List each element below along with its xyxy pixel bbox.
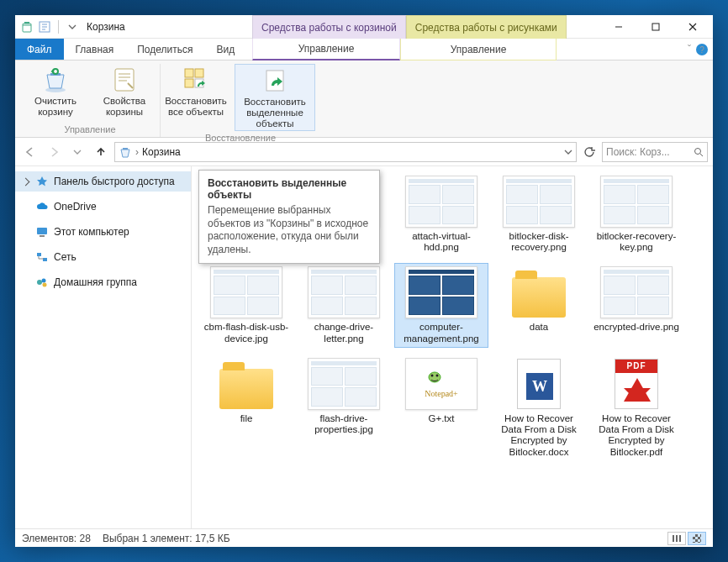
- tree-this-pc-label: Этот компьютер: [54, 226, 129, 238]
- file-name-label: bitlocker-disk-recovery.png: [495, 231, 583, 253]
- file-item[interactable]: PDFHow to Recover Data From a Disk Encry…: [590, 355, 683, 460]
- svg-rect-7: [195, 69, 203, 77]
- folder-icon: [503, 266, 575, 318]
- tree-onedrive[interactable]: OneDrive: [15, 197, 191, 217]
- file-item[interactable]: data: [493, 264, 585, 346]
- file-name-label: change-drive-letter.png: [300, 322, 388, 344]
- refresh-button[interactable]: [580, 143, 599, 161]
- explorer-window: Корзина Средства работы с корзиной Средс…: [15, 15, 713, 547]
- file-item[interactable]: bitlocker-disk-recovery.png: [493, 173, 585, 255]
- tree-homegroup[interactable]: Домашняя группа: [15, 272, 191, 292]
- tree-network-label: Сеть: [54, 251, 76, 263]
- image-thumbnail: [503, 176, 575, 228]
- homegroup-icon: [35, 276, 49, 289]
- file-item[interactable]: file: [200, 355, 293, 460]
- file-item[interactable]: encrypted-drive.png: [590, 264, 683, 346]
- nav-recent-dropdown[interactable]: [67, 142, 87, 162]
- tooltip-restore-selected: Восстановить выделенные объекты Перемеще…: [198, 170, 380, 264]
- recycle-bin-icon: [20, 20, 34, 34]
- file-item[interactable]: attach-virtual-hdd.png: [395, 173, 488, 255]
- image-thumbnail: [210, 266, 282, 318]
- file-name-label: flash-drive-properties.jpg: [300, 413, 388, 435]
- context-tab-recycle-tools[interactable]: Средства работы с корзиной: [252, 15, 406, 39]
- context-tab-picture-tools[interactable]: Средства работы с рисунками: [406, 15, 567, 39]
- svg-rect-14: [40, 235, 45, 237]
- tab-file[interactable]: Файл: [15, 39, 64, 60]
- close-button[interactable]: [674, 15, 711, 39]
- ribbon-body: Очистить корзину Свойства корзины Управл…: [15, 60, 713, 138]
- breadcrumb-location[interactable]: Корзина: [142, 146, 181, 158]
- tree-quick-access-label: Панель быстрого доступа: [54, 176, 175, 187]
- quick-access-toolbar: [20, 19, 80, 34]
- file-item[interactable]: flash-drive-properties.jpg: [298, 355, 390, 460]
- tab-manage-bin[interactable]: Управление: [252, 39, 400, 60]
- tree-quick-access[interactable]: Панель быстрого доступа: [15, 171, 191, 192]
- nav-forward-button[interactable]: [44, 142, 64, 162]
- recycle-bin-properties-button[interactable]: Свойства корзины: [94, 64, 155, 118]
- address-bar[interactable]: › Корзина: [114, 142, 577, 162]
- tab-home[interactable]: Главная: [64, 39, 126, 60]
- navigation-row: › Корзина Поиск: Корз...: [15, 138, 713, 166]
- svg-rect-2: [652, 24, 659, 30]
- window-title: Корзина: [87, 21, 125, 33]
- file-item[interactable]: WHow to Recover Data From a Disk Encrypt…: [493, 355, 585, 460]
- svg-point-22: [436, 375, 439, 377]
- tree-network[interactable]: Сеть: [15, 247, 191, 267]
- ribbon-group-manage: Очистить корзину Свойства корзины Управл…: [20, 64, 160, 137]
- recycle-bin-empty-icon: [41, 66, 70, 94]
- tab-share[interactable]: Поделиться: [125, 39, 204, 60]
- restore-selected-icon: [261, 66, 289, 95]
- file-item[interactable]: Notepad+G+.txt: [395, 355, 488, 460]
- pc-icon: [35, 225, 49, 239]
- qat-item-properties[interactable]: [37, 19, 52, 34]
- search-icon: [694, 147, 704, 157]
- status-selection: Выбран 1 элемент: 17,5 КБ: [103, 533, 230, 544]
- window-controls: [600, 15, 711, 39]
- tree-this-pc[interactable]: Этот компьютер: [15, 222, 191, 242]
- svg-rect-15: [37, 253, 41, 256]
- nav-up-button[interactable]: [91, 142, 111, 162]
- file-name-label: file: [240, 413, 253, 424]
- svg-point-17: [37, 280, 42, 285]
- svg-rect-6: [185, 69, 193, 77]
- file-name-label: attach-virtual-hdd.png: [398, 231, 485, 253]
- svg-point-18: [42, 279, 46, 283]
- svg-rect-8: [185, 79, 193, 87]
- ribbon-group-manage-label: Управление: [64, 123, 115, 137]
- view-icons-button[interactable]: [688, 532, 706, 545]
- tree-onedrive-label: OneDrive: [54, 201, 97, 213]
- pdf-doc-icon: PDF: [600, 358, 673, 410]
- restore-selected-label: Восстановить выделенные объекты: [235, 97, 314, 130]
- qat-separator: [58, 20, 59, 34]
- file-item[interactable]: bitlocker-recovery-key.png: [590, 173, 683, 255]
- navigation-pane[interactable]: Панель быстрого доступа OneDrive Этот ко…: [15, 166, 192, 528]
- restore-all-label: Восстановить все объекты: [165, 96, 227, 118]
- view-details-button[interactable]: [667, 532, 686, 545]
- ribbon-collapse-icon[interactable]: ˇ: [688, 44, 691, 55]
- file-item[interactable]: cbm-flash-disk-usb-device.jpg: [200, 264, 293, 346]
- image-thumbnail: [308, 266, 380, 318]
- file-name-label: How to Recover Data From a Disk Encrypte…: [495, 413, 583, 458]
- file-name-label: bitlocker-recovery-key.png: [593, 231, 680, 253]
- restore-selected-button[interactable]: Восстановить выделенные объекты: [235, 64, 315, 131]
- tab-view[interactable]: Вид: [204, 39, 246, 60]
- file-item[interactable]: change-drive-letter.png: [298, 264, 390, 346]
- help-icon[interactable]: ?: [696, 44, 708, 55]
- file-name-label: cbm-flash-disk-usb-device.jpg: [203, 322, 290, 344]
- maximize-button[interactable]: [637, 15, 674, 39]
- tooltip-title: Восстановить выделенные объекты: [208, 177, 371, 201]
- address-dropdown-icon[interactable]: [564, 148, 572, 156]
- nav-back-button[interactable]: [20, 142, 40, 162]
- restore-all-button[interactable]: Восстановить все объекты: [166, 64, 226, 118]
- tab-manage-pictures[interactable]: Управление: [400, 39, 557, 60]
- minimize-button[interactable]: [600, 15, 637, 39]
- empty-recycle-bin-button[interactable]: Очистить корзину: [25, 64, 86, 118]
- breadcrumb-separator: ›: [135, 146, 139, 158]
- titlebar: Корзина Средства работы с корзиной Средс…: [15, 15, 713, 39]
- tree-homegroup-label: Домашняя группа: [54, 276, 137, 288]
- file-item[interactable]: computer-management.png: [395, 264, 488, 346]
- image-thumbnail: [405, 176, 477, 228]
- search-box[interactable]: Поиск: Корз...: [602, 142, 708, 162]
- empty-recycle-bin-label: Очистить корзину: [25, 96, 86, 118]
- qat-dropdown[interactable]: [65, 19, 80, 34]
